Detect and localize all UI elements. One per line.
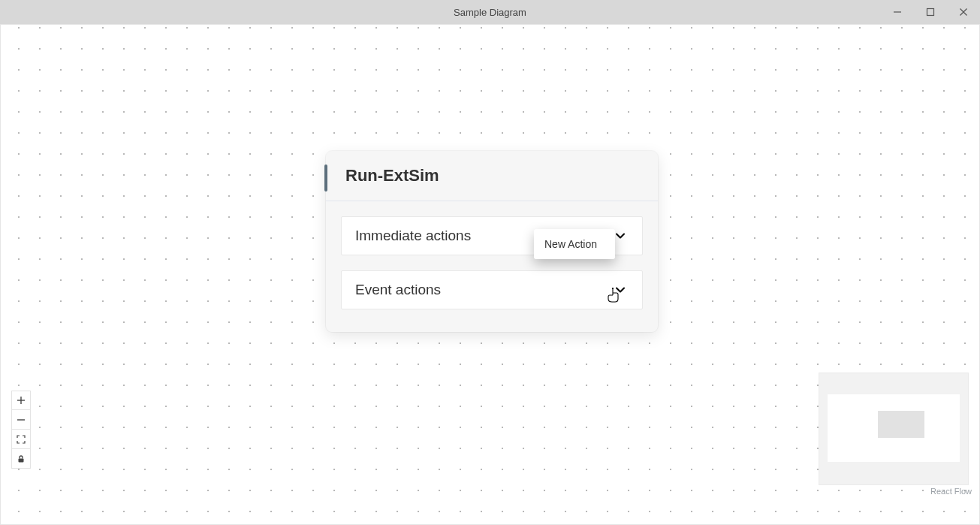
minus-icon <box>17 415 26 424</box>
section-event-actions[interactable]: Event actions <box>341 270 643 309</box>
zoom-out-button[interactable] <box>11 410 31 430</box>
diagram-node-run-extsim[interactable]: Run-ExtSim Immediate actions Event actio… <box>326 151 658 332</box>
svg-rect-8 <box>19 458 24 462</box>
attribution-text: React Flow <box>930 487 972 496</box>
context-menu: New Action <box>534 229 615 259</box>
zoom-in-button[interactable] <box>11 391 31 410</box>
minimap-node <box>878 411 924 438</box>
minimap[interactable] <box>819 373 969 485</box>
node-title: Run-ExtSim <box>345 166 439 186</box>
section-label: Immediate actions <box>355 228 471 244</box>
lock-button[interactable] <box>11 449 31 469</box>
window-titlebar: Sample Diagram <box>0 0 980 24</box>
node-header: Run-ExtSim <box>326 151 658 201</box>
node-body: Immediate actions Event actions <box>326 201 658 332</box>
plus-icon <box>17 396 26 405</box>
context-menu-item-new-action[interactable]: New Action <box>534 232 615 256</box>
lock-icon <box>17 454 26 463</box>
window-title: Sample Diagram <box>0 7 980 18</box>
fit-view-button[interactable] <box>11 430 31 449</box>
minimap-viewport <box>828 394 960 462</box>
diagram-canvas[interactable]: Run-ExtSim Immediate actions Event actio… <box>0 24 980 525</box>
flow-controls <box>11 391 31 469</box>
chevron-down-icon <box>612 282 629 298</box>
section-label: Event actions <box>355 282 441 298</box>
fit-view-icon <box>17 435 26 444</box>
node-accent-bar <box>324 164 327 192</box>
